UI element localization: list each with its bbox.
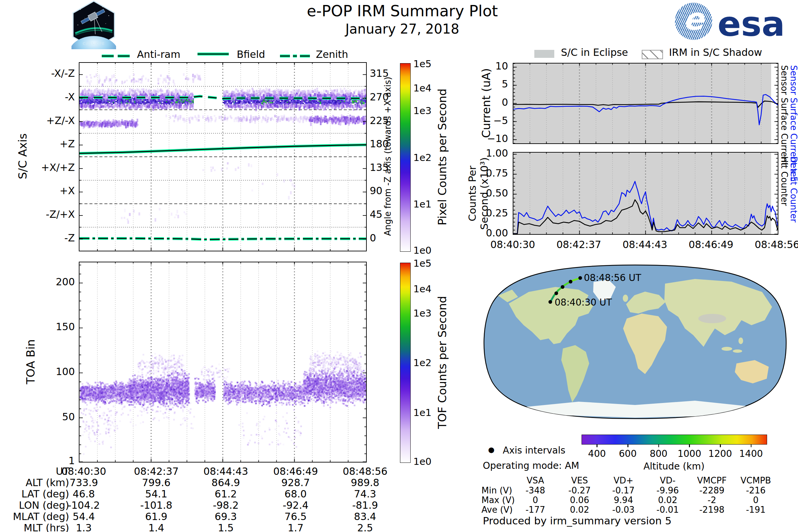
legend-label-bfield: Bfield (237, 49, 265, 60)
counts-xtick-08:40:30: 08:40:30 (476, 239, 549, 250)
sc-right-tick-135: 135 (370, 162, 396, 173)
current-ytick-0: 0 (475, 96, 508, 108)
sc-row-label--Z: -Z (7, 232, 75, 244)
legend-label-zenith: Zenith (316, 49, 348, 60)
sc-axis-spectrogram-plot (79, 62, 367, 251)
ephemeris-cell-UT-1: 08:42:37 (120, 466, 193, 477)
ephemeris-cell-MLAT (deg)-4: 83.4 (328, 511, 402, 522)
axis-interval-dot-icon: ● (488, 445, 494, 454)
ephemeris-cell-ALT (km)-0: 733.9 (47, 477, 120, 489)
footer-version-label: Produced by irm_summary version 5 (483, 515, 672, 527)
sc-right-tick-45: 45 (370, 208, 396, 220)
counts-plot (513, 152, 778, 235)
alt-tickmark-600 (627, 444, 628, 447)
toa-spectrogram-canvas (79, 262, 366, 462)
sc-row-label-+X: +X (7, 185, 75, 196)
voltage-cell-Max (V)-VSA: 0 (514, 495, 557, 505)
world-map-icon: 08:40:30 UT08:48:56 UT (479, 264, 791, 420)
himalaya-mountains (698, 314, 726, 323)
alt-ticklabel-1400: 1400 (731, 448, 771, 459)
esa-logo: e esa (675, 2, 795, 42)
voltage-cell-Ave (V)-VSA: -177 (514, 505, 557, 515)
current-ytick-10: 10 (475, 60, 508, 72)
ephemeris-cell-LON (deg)-0: -104.2 (47, 499, 120, 511)
page-subtitle: January 27, 2018 (233, 21, 572, 37)
shadow-hatch-swatch-icon (642, 50, 663, 59)
track-end-time-label: 08:48:56 UT (584, 272, 641, 283)
tof-cb-tick-1e4: 1e4 (413, 283, 432, 294)
counts-ytick-0.00: 0.00 (475, 227, 508, 239)
ephemeris-cell-LAT (deg)-0: 46.8 (47, 488, 120, 500)
counts-xtick-08:42:37: 08:42:37 (542, 239, 615, 250)
legend-label-eclipse: S/C in Eclipse (561, 46, 628, 58)
current-ytick-5: 5 (475, 78, 508, 90)
ephemeris-cell-LON (deg)-2: -98.2 (189, 499, 262, 511)
pixel-cb-tick-1e1: 1e1 (413, 198, 432, 210)
page-title: e-POP IRM Summary Plot (233, 2, 572, 20)
tof-cb-tick-1e3: 1e3 (413, 307, 432, 319)
sc-row-label--X: -X (7, 91, 75, 103)
voltage-row-label-Min (V): Min (V) (481, 486, 513, 495)
anti-ram-line-icon (102, 53, 130, 59)
voltage-cell-Min (V)-VCMPB: -216 (734, 486, 777, 495)
sc-right-tick-0: 0 (370, 232, 396, 244)
counts-xtick-08:48:56: 08:48:56 (740, 239, 798, 250)
ephemeris-cell-LON (deg)-3: -92.4 (259, 499, 332, 511)
voltage-cell-Min (V)-VES: -0.27 (558, 486, 601, 495)
island-indonesia-2 (733, 349, 742, 353)
voltage-col-VSA: VSA (514, 475, 557, 486)
legend-label-shadow: IRM in S/C Shadow (669, 46, 762, 58)
voltage-cell-Max (V)-VD-: 0.02 (646, 495, 689, 505)
tof-cb-tick-1e5: 1e5 (413, 258, 432, 269)
sc-axis-spectrogram-canvas (79, 63, 366, 251)
counts-ytick-0.50: 0.50 (475, 187, 508, 199)
island-new-zealand (775, 385, 779, 394)
zenith-line-icon (280, 53, 310, 59)
toa-ytick-1: 1 (30, 455, 75, 467)
ephemeris-cell-MLT (hrs)-3: 1.7 (259, 522, 332, 532)
ephemeris-cell-UT-0: 08:40:30 (47, 466, 120, 477)
pixel-cb-tick-1e0: 1e0 (413, 245, 432, 256)
sc-right-tick-225: 225 (370, 115, 396, 126)
altitude-colorbar-label: Altitude (km) (624, 461, 724, 472)
voltage-row-label-Ave (V): Ave (V) (481, 505, 513, 515)
pixel-cb-tick-1e3: 1e3 (413, 105, 432, 116)
voltage-cell-Min (V)-VMCPF: -2289 (690, 486, 734, 495)
ephemeris-cell-LAT (deg)-4: 74.3 (328, 488, 402, 500)
ephemeris-cell-ALT (km)-4: 989.8 (328, 477, 402, 489)
island-indonesia-1 (722, 347, 732, 351)
axis-interval-dot-3 (569, 280, 573, 284)
voltage-cell-Max (V)-VCMPB: 0 (734, 495, 777, 505)
axis-intervals-label: Axis intervals (503, 445, 565, 456)
counts-right-label-blue: Detect Counter (789, 156, 798, 243)
voltage-cell-Min (V)-VSA: -348 (514, 486, 557, 495)
tof-counts-colorbar (400, 263, 411, 463)
counts-plot-canvas (513, 153, 778, 234)
esa-globe-icon: e (675, 3, 712, 40)
axis-interval-dot-4 (578, 276, 582, 280)
altitude-colorbar (582, 435, 767, 444)
ephemeris-cell-ALT (km)-2: 864.9 (189, 477, 262, 489)
current-plot (513, 63, 778, 144)
counts-ytick-0.75: 0.75 (475, 167, 508, 179)
ephemeris-cell-LON (deg)-1: -101.8 (120, 499, 193, 511)
counts-ytick-1.00: 1.00 (475, 147, 508, 159)
island-japan (760, 309, 764, 318)
voltage-cell-Ave (V)-VES: 0.02 (558, 505, 601, 515)
ephemeris-cell-LON (deg)-4: -81.9 (328, 499, 402, 511)
sc-right-tick-180: 180 (370, 138, 396, 150)
current-ytick-−5: −5 (475, 115, 508, 126)
voltage-cell-Min (V)-VD+: -0.17 (602, 486, 645, 495)
eclipse-swatch-icon (534, 50, 554, 58)
legend-label-anti-ram: Anti-ram (137, 49, 180, 60)
toa-ytick-100: 100 (30, 366, 75, 377)
ephemeris-cell-ALT (km)-3: 928.7 (259, 477, 332, 489)
counts-xtick-08:46:49: 08:46:49 (674, 239, 747, 250)
ephemeris-cell-MLAT (deg)-0: 54.4 (47, 511, 120, 522)
alt-tickmark-1400 (751, 444, 752, 447)
cassiope-mission-patch: CASSIOPE (72, 1, 116, 49)
operating-mode-label: Operating mode: AM (483, 460, 579, 471)
track-start-time-label: 08:40:30 UT (555, 297, 612, 308)
pixel-cb-tick-1e4: 1e4 (413, 82, 432, 94)
sc-right-tick-90: 90 (370, 185, 396, 196)
